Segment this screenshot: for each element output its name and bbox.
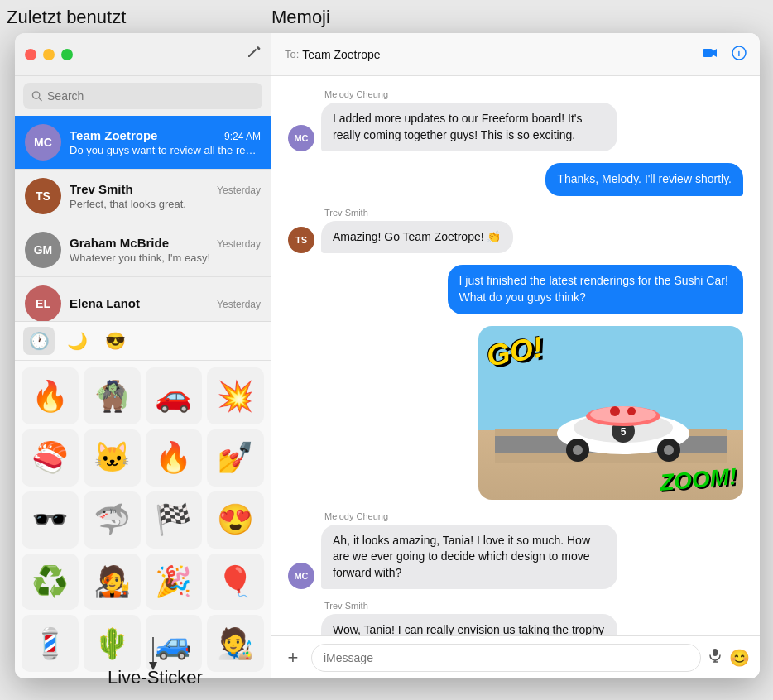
sticker-cell-0[interactable]: 🔥	[22, 367, 79, 424]
sticker-cell-1[interactable]: 🧌	[84, 367, 141, 424]
conv-name-team-zoetrope: Team Zoetrope	[70, 128, 157, 142]
sticker-cell-17[interactable]: 🌵	[84, 615, 141, 672]
conv-time-team-zoetrope: 9:24 AM	[224, 131, 261, 142]
message-avatar-msg1: MC	[288, 125, 314, 151]
sticker-cell-15[interactable]: 🎈	[207, 554, 264, 611]
conv-preview-team-zoetrope: Do you guys want to review all the rende…	[70, 144, 261, 156]
message-bubble-msg6: Ah, it looks amazing, Tania! I love it s…	[321, 525, 617, 590]
message-group-msg1: Melody CheungMCI added more updates to o…	[288, 89, 743, 151]
sticker-cell-13[interactable]: 🧑‍🎤	[84, 554, 141, 611]
message-input[interactable]	[311, 644, 701, 672]
sushi-car-image: 5 GO! ZOOM!	[478, 326, 743, 500]
sticker-cell-14[interactable]: 🎉	[146, 554, 203, 611]
conv-preview-trev-smith: Perfect, that looks great.	[70, 198, 261, 210]
sticker-cell-10[interactable]: 🏁	[146, 491, 203, 549]
svg-point-21	[627, 407, 636, 415]
message-row-msg7: TSWow, Tania! I can really envision us t…	[288, 614, 743, 635]
svg-point-15	[573, 445, 583, 455]
svg-point-19	[590, 406, 656, 423]
conversation-item-graham-mcbride[interactable]: GMGraham McBrideYesterdayWhatever you th…	[15, 223, 271, 277]
message-row-msg1: MCI added more updates to our Freeform b…	[288, 103, 743, 151]
message-group-msg3: Trev SmithTSAmazing! Go Team Zoetrope! 👏	[288, 208, 743, 254]
message-bubble-msg7: Wow, Tania! I can really envision us tak…	[321, 614, 617, 635]
sticker-cell-9[interactable]: 🦈	[84, 491, 141, 549]
avatar-team-zoetrope: MC	[25, 124, 61, 161]
sticker-panel: 🕐🌙😎 🔥🧌🚗💥🍣🐱🔥💅🕶️🦈🏁😍♻️🧑‍🎤🎉🎈💈🌵🚙🧑‍🎨	[15, 321, 271, 678]
message-group-msg7: Trev SmithTSWow, Tania! I can really env…	[288, 601, 743, 635]
sticker-cell-2[interactable]: 🚗	[146, 367, 203, 424]
sticker-cell-4[interactable]: 🍣	[22, 429, 79, 487]
sticker-cell-7[interactable]: 💅	[207, 429, 264, 487]
conv-name-graham-mcbride: Graham McBride	[70, 236, 169, 250]
to-label: To:	[285, 48, 299, 60]
sticker-cell-19[interactable]: 🧑‍🎨	[207, 615, 264, 672]
conv-time-trev-smith: Yesterday	[217, 185, 261, 196]
message-avatar-msg6: MC	[288, 563, 314, 589]
conversation-item-trev-smith[interactable]: TSTrev SmithYesterdayPerfect, that looks…	[15, 170, 271, 223]
sticker-grid: 🔥🧌🚗💥🍣🐱🔥💅🕶️🦈🏁😍♻️🧑‍🎤🎉🎈💈🌵🚙🧑‍🎨	[15, 361, 271, 678]
sticker-tab-memoji[interactable]: 🌙	[61, 327, 93, 355]
sender-label-msg1: Melody Cheung	[324, 89, 743, 99]
chat-recipient: Team Zoetrope	[302, 48, 380, 61]
sticker-cell-5[interactable]: 🐱	[84, 429, 141, 487]
conv-name-trev-smith: Trev Smith	[70, 182, 133, 196]
traffic-lights	[25, 49, 73, 60]
message-group-msg2: Thanks, Melody. I'll review shortly.	[288, 163, 743, 196]
message-row-msg3: TSAmazing! Go Team Zoetrope! 👏	[288, 221, 743, 254]
message-bubble-msg2: Thanks, Melody. I'll review shortly.	[545, 163, 743, 196]
chat-input-bar: + 😊	[271, 635, 760, 678]
minimize-button[interactable]	[43, 49, 55, 60]
chat-messages: Melody CheungMCI added more updates to o…	[271, 76, 760, 635]
sticker-cell-16[interactable]: 💈	[22, 615, 79, 672]
info-button[interactable]: i	[732, 46, 747, 63]
message-group-msg6: Melody CheungMCAh, it looks amazing, Tan…	[288, 511, 743, 590]
conversation-item-elena-lanot[interactable]: ELElena LanotYesterday	[15, 277, 271, 321]
sticker-cell-12[interactable]: ♻️	[22, 554, 79, 611]
svg-line-3	[39, 98, 41, 100]
svg-text:i: i	[738, 49, 741, 58]
add-button[interactable]: +	[281, 646, 305, 669]
search-input[interactable]	[47, 89, 254, 103]
conv-name-elena-lanot: Elena Lanot	[70, 296, 140, 310]
conv-preview-graham-mcbride: Whatever you think, I'm easy!	[70, 252, 261, 264]
sticker-cell-3[interactable]: 💥	[207, 367, 264, 424]
conv-time-graham-mcbride: Yesterday	[217, 238, 261, 250]
right-panel: To: Team Zoetrope i Melody CheungM	[271, 33, 760, 678]
sender-label-msg7: Trev Smith	[324, 601, 743, 611]
zuletzt-benutzt-label: Zuletzt benutzt	[7, 7, 126, 28]
maximize-button[interactable]	[61, 49, 73, 60]
chat-header: To: Team Zoetrope i	[271, 33, 760, 76]
svg-point-20	[610, 406, 620, 416]
avatar-elena-lanot: EL	[25, 285, 61, 321]
message-bubble-msg4: I just finished the latest renderings fo…	[448, 265, 744, 314]
sticker-cell-18[interactable]: 🚙	[146, 615, 203, 672]
search-icon	[31, 90, 42, 102]
sticker-tab-sticker3[interactable]: 😎	[99, 327, 131, 355]
sticker-cell-8[interactable]: 🕶️	[22, 491, 79, 549]
audio-button[interactable]	[708, 648, 723, 667]
svg-point-17	[664, 445, 674, 455]
avatar-trev-smith: TS	[25, 178, 61, 214]
message-bubble-msg3: Amazing! Go Team Zoetrope! 👏	[321, 221, 513, 254]
emoji-button[interactable]: 😊	[729, 648, 750, 668]
svg-rect-4	[703, 49, 713, 57]
conversation-item-team-zoetrope[interactable]: MCTeam Zoetrope9:24 AMDo you guys want t…	[15, 116, 271, 170]
video-call-button[interactable]	[702, 46, 718, 63]
chat-header-actions: i	[702, 46, 747, 63]
sticker-cell-6[interactable]: 🔥	[146, 429, 203, 487]
memoji-label: Memoji	[271, 7, 330, 28]
message-group-msg4: I just finished the latest renderings fo…	[288, 265, 743, 314]
conversation-list: MCTeam Zoetrope9:24 AMDo you guys want t…	[15, 116, 271, 321]
conv-time-elena-lanot: Yesterday	[217, 299, 261, 310]
message-row-msg4: I just finished the latest renderings fo…	[288, 265, 743, 314]
sticker-tab-recent[interactable]: 🕐	[23, 327, 55, 355]
message-group-msg5-image: 5 GO! ZOOM!	[288, 326, 743, 500]
message-bubble-msg1: I added more updates to our Freeform boa…	[321, 103, 617, 151]
close-button[interactable]	[25, 49, 36, 60]
avatar-graham-mcbride: GM	[25, 232, 61, 268]
message-row-msg5-image: 5 GO! ZOOM!	[288, 326, 743, 500]
sticker-cell-11[interactable]: 😍	[207, 491, 264, 549]
app-window: MCTeam Zoetrope9:24 AMDo you guys want t…	[15, 33, 760, 678]
title-bar	[15, 33, 271, 76]
compose-button[interactable]	[246, 45, 261, 64]
